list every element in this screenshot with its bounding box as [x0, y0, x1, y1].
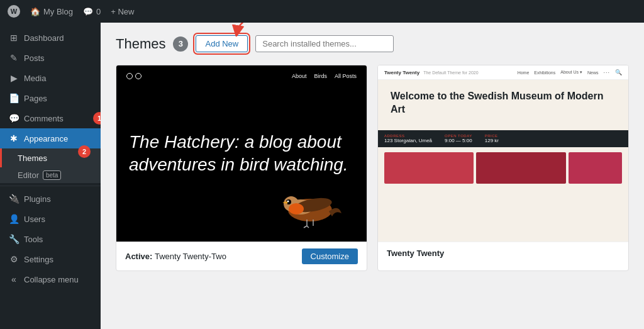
theme-preview-twenty-twenty: Twenty Twenty The Default Theme for 2020… — [378, 65, 628, 242]
admin-bar: W 🏠 My Blog 💬 0 + New — [0, 0, 644, 23]
tt-info-price: PRICE 129 kr — [485, 134, 499, 143]
sidebar-item-comments[interactable]: 💬 Comments 1 — [0, 108, 101, 128]
tt-theme-name: Twenty Twenty — [387, 248, 444, 258]
settings-icon: ⚙ — [9, 254, 19, 264]
tt-nav-home: Home — [518, 70, 530, 75]
editor-label: Editor — [18, 170, 39, 180]
sidebar: ⊞ Dashboard ✎ Posts ▶ Media 📄 Pages 💬 Co… — [0, 23, 101, 329]
home-icon: 🏠 — [30, 7, 40, 16]
tt-nav: Twenty Twenty The Default Theme for 2020… — [378, 65, 628, 80]
tt-nav-exhibitions: Exhibitions — [534, 70, 555, 75]
tt-nav-news: News — [587, 70, 599, 75]
new-label: + New — [111, 7, 134, 16]
sidebar-item-label: Users — [24, 215, 45, 224]
sidebar-item-label: Comments — [24, 114, 64, 123]
theme-card-twenty-twenty-two[interactable]: About Birds All Posts The Hatchery: a bl… — [116, 65, 367, 271]
tt-info-value-open: 9:00 — 5:00 — [445, 138, 472, 143]
add-new-button[interactable]: Add New — [196, 35, 248, 52]
themes-label: Themes — [18, 153, 47, 163]
active-text: Active: — [125, 252, 155, 261]
customize-button[interactable]: Customize — [302, 248, 358, 264]
annotation-badge-2: 2 — [78, 145, 91, 158]
tt-hero: Welcome to the Swedish Museum of Modern … — [378, 80, 628, 130]
theme-footer-ttt: Active: Twenty Twenty-Two Customize — [116, 242, 367, 270]
sidebar-item-pages[interactable]: 📄 Pages — [0, 88, 101, 108]
sidebar-item-tools[interactable]: 🔧 Tools — [0, 229, 101, 249]
sidebar-item-label: Plugins — [24, 194, 51, 204]
sidebar-item-posts[interactable]: ✎ Posts — [0, 48, 101, 68]
sidebar-item-label: Tools — [24, 235, 43, 244]
sidebar-item-users[interactable]: 👤 Users — [0, 209, 101, 229]
sidebar-item-settings[interactable]: ⚙ Settings — [0, 249, 101, 269]
sidebar-item-label: Pages — [24, 94, 47, 103]
appearance-submenu: Themes 2 Editor beta — [0, 148, 101, 183]
collapse-menu-button[interactable]: « Collapse menu — [0, 269, 101, 289]
tt-hero-title: Welcome to the Swedish Museum of Modern … — [391, 90, 616, 116]
sidebar-item-themes[interactable]: Themes 2 — [0, 148, 101, 167]
appearance-icon: ✱ — [9, 133, 19, 143]
sidebar-item-editor[interactable]: Editor beta — [0, 167, 101, 183]
tt-info-open: OPEN TODAY 9:00 — 5:00 — [445, 134, 472, 143]
main-layout: ⊞ Dashboard ✎ Posts ▶ Media 📄 Pages 💬 Co… — [0, 23, 644, 329]
ttt-nav-links: About Birds All Posts — [292, 73, 357, 79]
comments-icon: 💬 — [83, 7, 93, 16]
users-icon: 👤 — [9, 214, 19, 224]
sidebar-item-label: Posts — [24, 53, 45, 63]
sidebar-item-media[interactable]: ▶ Media — [0, 68, 101, 88]
sidebar-item-label: Appearance — [24, 134, 68, 143]
page-title: Themes — [116, 36, 165, 52]
comments-count: 0 — [96, 7, 101, 16]
svg-line-13 — [307, 226, 309, 228]
themes-count-badge: 3 — [173, 36, 188, 52]
theme-footer-tt: Twenty Twenty — [378, 242, 628, 264]
tt-gallery-item-1 — [384, 152, 474, 184]
posts-icon: ✎ — [9, 53, 19, 63]
ttt-bird-illustration — [272, 172, 348, 229]
ttt-nav-about: About — [292, 73, 307, 79]
tt-info-address: ADDRESS 123 Storgatan, Umeå — [384, 134, 432, 143]
pages-icon: 📄 — [9, 93, 19, 103]
tt-nav-about: About Us ▾ — [560, 70, 582, 75]
themes-grid: About Birds All Posts The Hatchery: a bl… — [116, 65, 629, 271]
ttt-nav-birds: Birds — [314, 73, 327, 79]
tt-gallery-item-2 — [476, 152, 565, 184]
ttt-nav: About Birds All Posts — [116, 73, 367, 79]
sidebar-item-dashboard[interactable]: ⊞ Dashboard — [0, 28, 101, 48]
svg-line-12 — [304, 226, 307, 228]
site-name: My Blog — [43, 7, 73, 16]
comments-link[interactable]: 💬 0 — [83, 7, 101, 16]
site-name-link[interactable]: 🏠 My Blog — [30, 7, 73, 16]
tt-nav-left: Twenty Twenty The Default Theme for 2020 — [384, 70, 479, 75]
sidebar-divider — [0, 186, 101, 186]
collapse-label: Collapse menu — [24, 275, 79, 284]
beta-badge: beta — [43, 170, 61, 180]
tt-site-title: Twenty Twenty — [384, 70, 419, 75]
new-content-link[interactable]: + New — [111, 7, 134, 16]
sidebar-item-plugins[interactable]: 🔌 Plugins — [0, 189, 101, 209]
comments-sidebar-icon: 💬 — [9, 113, 19, 123]
sidebar-item-label: Dashboard — [24, 33, 64, 43]
search-themes-input[interactable] — [255, 35, 394, 52]
tt-gallery — [378, 147, 628, 189]
collapse-icon: « — [9, 274, 19, 284]
theme-preview-twenty-twenty-two: About Birds All Posts The Hatchery: a bl… — [116, 65, 367, 242]
theme-card-twenty-twenty[interactable]: Twenty Twenty The Default Theme for 2020… — [377, 65, 629, 271]
tt-site-tagline: The Default Theme for 2020 — [423, 70, 478, 75]
tt-gallery-item-3 — [569, 152, 622, 184]
dashboard-icon: ⊞ — [9, 33, 19, 43]
tt-dots: ··· — [603, 69, 610, 75]
ttt-main-text: The Hatchery: a blog about adventures in… — [129, 131, 354, 177]
ttt-logo-circle-1 — [126, 73, 133, 79]
tt-info-bar: ADDRESS 123 Storgatan, Umeå OPEN TODAY 9… — [378, 130, 628, 147]
wp-logo: W — [8, 5, 20, 18]
ttt-logo-circle-2 — [135, 73, 142, 79]
ttt-nav-all-posts: All Posts — [335, 73, 357, 79]
tt-search-icon: 🔍 — [615, 69, 622, 75]
wp-logo-link[interactable]: W — [8, 5, 20, 18]
page-header: Themes 3 Add New 3 — [116, 35, 629, 52]
ttt-logo — [126, 73, 142, 79]
main-content: Themes 3 Add New 3 — [101, 23, 644, 329]
tt-info-value-address: 123 Storgatan, Umeå — [384, 138, 432, 143]
add-new-container: Add New 3 — [196, 35, 248, 52]
plugins-icon: 🔌 — [9, 194, 19, 204]
